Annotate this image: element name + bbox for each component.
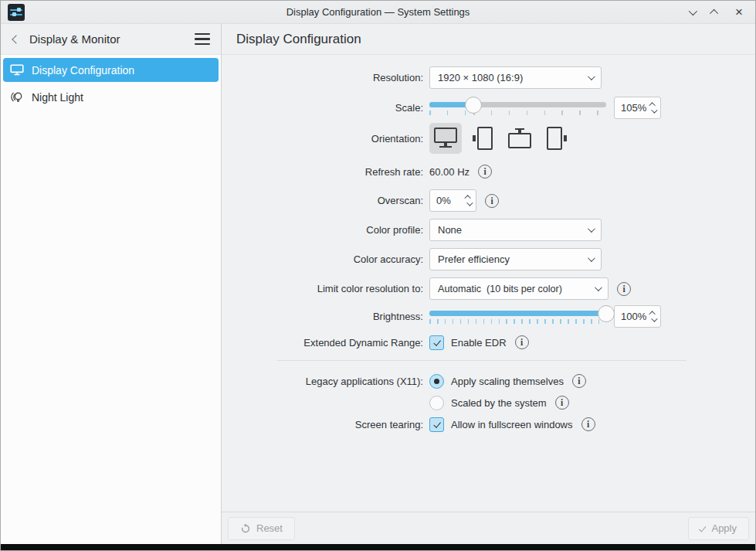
color-accuracy-dropdown[interactable]: Prefer efficiency bbox=[429, 248, 602, 270]
orientation-label: Orientation: bbox=[222, 133, 423, 145]
resolution-value: 1920 × 1080 (16:9) bbox=[438, 72, 523, 83]
system-settings-window: Display Configuration — System Settings … bbox=[0, 0, 756, 551]
sidebar: Display & Monitor Display Configuration bbox=[1, 24, 222, 544]
color-accuracy-label: Color accuracy: bbox=[222, 253, 423, 265]
tearing-checkbox[interactable] bbox=[429, 417, 444, 432]
chevron-down-icon bbox=[595, 284, 602, 291]
overscan-value: 0% bbox=[436, 195, 451, 206]
resolution-dropdown[interactable]: 1920 × 1080 (16:9) bbox=[429, 66, 602, 89]
close-icon[interactable]: × bbox=[735, 5, 743, 19]
orientation-landscape-flipped-button[interactable] bbox=[503, 123, 536, 154]
scale-label: Scale: bbox=[222, 102, 423, 114]
scale-value: 105% bbox=[621, 102, 646, 114]
orientation-portrait-left-button[interactable] bbox=[466, 123, 499, 154]
info-icon[interactable]: i bbox=[485, 194, 499, 208]
legacy-scaling-themselves-label: Apply scaling themselves bbox=[451, 376, 564, 387]
sidebar-list: Display Configuration Night Light bbox=[1, 55, 221, 544]
color-accuracy-value: Prefer efficiency bbox=[438, 253, 510, 265]
edr-checkbox[interactable] bbox=[429, 335, 444, 350]
brightness-label: Brightness: bbox=[222, 311, 423, 322]
monitor-icon bbox=[10, 64, 24, 76]
page-title: Display Configuration bbox=[236, 32, 361, 47]
brightness-value: 100% bbox=[621, 311, 646, 322]
apply-button[interactable]: Apply bbox=[688, 517, 749, 540]
info-icon[interactable]: i bbox=[515, 335, 529, 349]
resolution-label: Resolution: bbox=[222, 72, 423, 83]
brightness-slider-handle[interactable] bbox=[598, 305, 615, 322]
maximize-icon[interactable] bbox=[710, 9, 718, 17]
monitor-landscape-icon bbox=[434, 128, 457, 149]
window-bottom-edge bbox=[1, 544, 755, 550]
limit-color-label: Limit color resolution to: bbox=[222, 283, 423, 294]
monitor-portrait-left-icon bbox=[473, 127, 493, 150]
color-profile-dropdown[interactable]: None bbox=[429, 219, 602, 241]
color-profile-value: None bbox=[438, 224, 462, 236]
legacy-scaling-themselves-radio[interactable] bbox=[429, 374, 444, 389]
edr-label: Extended Dynamic Range: bbox=[222, 337, 423, 349]
refresh-rate-value: 60.00 Hz bbox=[429, 166, 470, 178]
limit-color-dropdown[interactable]: Automatic (10 bits per color) bbox=[429, 277, 609, 300]
scale-slider[interactable] bbox=[429, 96, 606, 119]
legacy-scaled-by-system-label: Scaled by the system bbox=[451, 397, 547, 409]
reset-button[interactable]: Reset bbox=[228, 517, 295, 540]
screen-tearing-label: Screen tearing: bbox=[222, 419, 423, 430]
sidebar-item-label: Night Light bbox=[32, 91, 83, 104]
undo-icon bbox=[240, 523, 251, 534]
check-icon bbox=[699, 524, 707, 532]
tearing-checkbox-label: Allow in fullscreen windows bbox=[451, 419, 573, 430]
back-icon[interactable] bbox=[12, 35, 20, 43]
spin-down-icon[interactable] bbox=[466, 199, 473, 206]
display-settings-form: Resolution: 1920 × 1080 (16:9) Scale: bbox=[222, 55, 755, 512]
sidebar-item-label: Display Configuration bbox=[32, 64, 134, 77]
info-icon[interactable]: i bbox=[478, 165, 492, 179]
info-icon[interactable]: i bbox=[617, 282, 631, 296]
info-icon[interactable]: i bbox=[572, 374, 586, 388]
chevron-down-icon bbox=[588, 225, 595, 233]
info-icon[interactable]: i bbox=[581, 417, 595, 431]
titlebar: Display Configuration — System Settings … bbox=[1, 1, 755, 24]
overscan-spinbox[interactable]: 0% bbox=[429, 189, 476, 212]
color-profile-label: Color profile: bbox=[222, 224, 423, 236]
monitor-landscape-flipped-icon bbox=[508, 128, 531, 148]
section-divider bbox=[277, 360, 687, 361]
sidebar-item-night-light[interactable]: Night Light bbox=[3, 85, 219, 109]
monitor-portrait-right-icon bbox=[547, 127, 567, 150]
footer-bar: Reset Apply bbox=[222, 512, 755, 544]
legacy-apps-label: Legacy applications (X11): bbox=[222, 376, 423, 387]
sidebar-item-display-configuration[interactable]: Display Configuration bbox=[3, 58, 219, 82]
orientation-landscape-button[interactable] bbox=[429, 123, 462, 154]
brightness-spinbox[interactable]: 100% bbox=[614, 305, 661, 328]
scale-slider-handle[interactable] bbox=[465, 97, 482, 114]
breadcrumb[interactable]: Display & Monitor bbox=[29, 32, 120, 46]
window-title: Display Configuration — System Settings bbox=[1, 6, 755, 18]
brightness-slider[interactable] bbox=[429, 304, 606, 328]
night-light-icon bbox=[10, 91, 24, 104]
chevron-down-icon bbox=[588, 73, 595, 80]
info-icon[interactable]: i bbox=[555, 396, 569, 410]
page-header: Display Configuration bbox=[222, 24, 755, 55]
menu-icon[interactable] bbox=[195, 33, 210, 46]
edr-checkbox-label: Enable EDR bbox=[451, 337, 507, 349]
minimize-icon[interactable] bbox=[689, 6, 697, 15]
sidebar-header: Display & Monitor bbox=[1, 24, 221, 55]
refresh-rate-label: Refresh rate: bbox=[222, 166, 423, 178]
limit-color-value: Automatic (10 bits per color) bbox=[438, 284, 562, 294]
overscan-label: Overscan: bbox=[222, 195, 423, 206]
scale-spinbox[interactable]: 105% bbox=[614, 97, 661, 119]
main-panel: Display Configuration Resolution: 1920 ×… bbox=[222, 24, 755, 544]
legacy-scaled-by-system-radio[interactable] bbox=[429, 396, 444, 410]
chevron-down-icon bbox=[588, 254, 595, 262]
orientation-portrait-right-button[interactable] bbox=[541, 123, 573, 154]
